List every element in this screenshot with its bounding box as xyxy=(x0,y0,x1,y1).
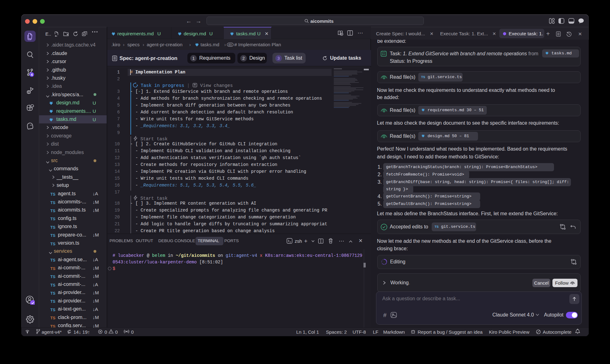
svg-text:4: 4 xyxy=(31,73,33,77)
svg-text:abc: abc xyxy=(228,43,232,46)
